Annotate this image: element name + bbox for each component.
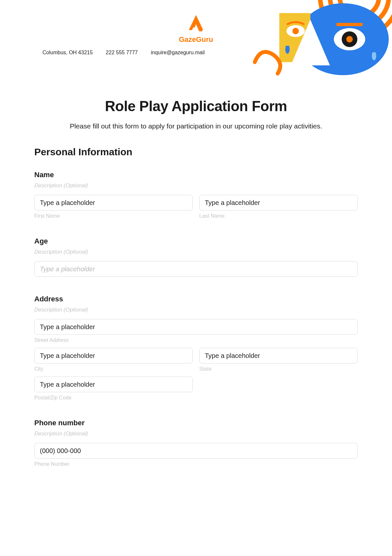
header-email: inquire@gazeguru.mail — [151, 50, 205, 56]
postal-sublabel: Postal/Zip Code — [34, 395, 193, 401]
first-name-sublabel: First Name — [34, 213, 193, 219]
state-input[interactable] — [199, 348, 358, 363]
phone-sublabel: Phone Number — [34, 461, 358, 467]
field-name: Name Description (Optional) First Name L… — [34, 171, 358, 219]
age-label: Age — [34, 237, 358, 245]
phone-label: Phone number — [34, 419, 358, 427]
last-name-sublabel: Last Name — [199, 213, 358, 219]
address-label: Address — [34, 295, 358, 303]
header: GazeGuru Columbus, OH 43215 222 555 7777… — [0, 0, 392, 62]
street-input[interactable] — [34, 319, 358, 335]
logo-text: GazeGuru — [163, 35, 229, 44]
form-main: Role Play Application Form Please fill o… — [0, 62, 392, 498]
age-input[interactable] — [34, 261, 358, 277]
page-title: Role Play Application Form — [34, 98, 358, 114]
section-personal-heading: Personal Information — [34, 146, 358, 158]
header-contact-row: Columbus, OH 43215 222 555 7777 inquire@… — [42, 50, 350, 56]
page-subtitle: Please fill out this form to apply for p… — [34, 122, 358, 130]
address-desc: Description (Optional) — [34, 307, 358, 313]
logo-icon — [186, 13, 206, 33]
name-desc: Description (Optional) — [34, 182, 358, 189]
postal-input[interactable] — [34, 377, 193, 392]
field-age: Age Description (Optional) — [34, 237, 358, 277]
phone-input[interactable] — [34, 443, 358, 459]
age-desc: Description (Optional) — [34, 249, 358, 255]
name-label: Name — [34, 171, 358, 179]
last-name-input[interactable] — [199, 195, 358, 211]
street-sublabel: Street Address — [34, 337, 358, 343]
header-address: Columbus, OH 43215 — [42, 50, 93, 56]
first-name-input[interactable] — [34, 195, 193, 211]
state-sublabel: State — [199, 366, 358, 372]
logo-block: GazeGuru — [163, 13, 229, 44]
phone-desc: Description (Optional) — [34, 430, 358, 437]
header-phone: 222 555 7777 — [106, 50, 138, 56]
city-sublabel: City — [34, 366, 193, 372]
city-input[interactable] — [34, 348, 193, 363]
field-address: Address Description (Optional) Street Ad… — [34, 295, 358, 401]
field-phone: Phone number Description (Optional) Phon… — [34, 419, 358, 467]
